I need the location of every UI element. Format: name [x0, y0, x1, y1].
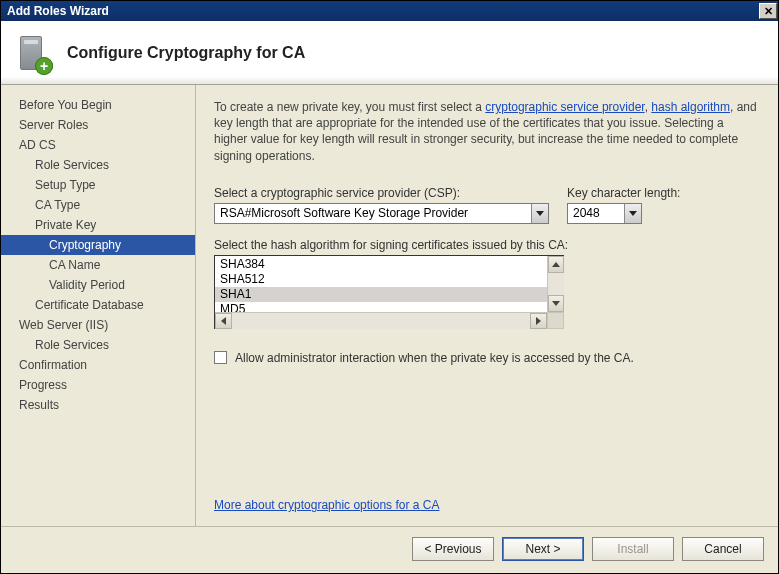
wizard-footer: < Previous Next > Install Cancel	[1, 526, 778, 573]
sidebar-item[interactable]: AD CS	[1, 135, 195, 155]
sidebar-item[interactable]: Before You Begin	[1, 95, 195, 115]
cancel-button[interactable]: Cancel	[682, 537, 764, 561]
scroll-right-button[interactable]	[530, 313, 547, 329]
sidebar-item[interactable]: CA Name	[1, 255, 195, 275]
admin-interaction-label: Allow administrator interaction when the…	[235, 351, 634, 365]
csp-field: Select a cryptographic service provider …	[214, 186, 549, 224]
sidebar-item[interactable]: Results	[1, 395, 195, 415]
plus-badge-icon: +	[35, 57, 53, 75]
link-csp[interactable]: cryptographic service provider	[485, 100, 644, 114]
csp-value: RSA#Microsoft Software Key Storage Provi…	[215, 204, 531, 223]
close-button[interactable]: ✕	[759, 3, 777, 19]
window-title: Add Roles Wizard	[7, 4, 759, 18]
keylength-dropdown[interactable]: 2048	[567, 203, 642, 224]
sidebar-item[interactable]: Progress	[1, 375, 195, 395]
titlebar: Add Roles Wizard ✕	[1, 1, 778, 21]
sidebar-item[interactable]: Confirmation	[1, 355, 195, 375]
previous-button[interactable]: < Previous	[412, 537, 494, 561]
csp-dropdown[interactable]: RSA#Microsoft Software Key Storage Provi…	[214, 203, 549, 224]
intro-pre: To create a new private key, you must fi…	[214, 100, 485, 114]
sidebar-item[interactable]: CA Type	[1, 195, 195, 215]
provider-row: Select a cryptographic service provider …	[214, 186, 760, 224]
admin-interaction-row: Allow administrator interaction when the…	[214, 351, 760, 365]
more-about-link[interactable]: More about cryptographic options for a C…	[214, 498, 439, 512]
hash-item[interactable]: SHA512	[215, 272, 564, 287]
hash-listbox[interactable]: SHA384SHA512SHA1MD5	[214, 255, 564, 329]
close-icon: ✕	[764, 5, 773, 18]
scroll-down-button[interactable]	[548, 295, 564, 312]
link-hash-algorithm[interactable]: hash algorithm	[651, 100, 730, 114]
hash-label: Select the hash algorithm for signing ce…	[214, 238, 760, 252]
wizard-icon: +	[11, 33, 51, 73]
sidebar-item[interactable]: Validity Period	[1, 275, 195, 295]
hash-item[interactable]: SHA384	[215, 257, 564, 272]
chevron-up-icon	[552, 262, 560, 267]
hash-item[interactable]: SHA1	[215, 287, 564, 302]
sidebar-item[interactable]: Web Server (IIS)	[1, 315, 195, 335]
sidebar-item[interactable]: Server Roles	[1, 115, 195, 135]
scroll-up-button[interactable]	[548, 256, 564, 273]
header-banner: + Configure Cryptography for CA	[1, 21, 778, 85]
next-button[interactable]: Next >	[502, 537, 584, 561]
scroll-left-button[interactable]	[215, 313, 232, 329]
sidebar-item[interactable]: Role Services	[1, 335, 195, 355]
body: Before You BeginServer RolesAD CSRole Se…	[1, 85, 778, 526]
keylength-value: 2048	[568, 204, 624, 223]
chevron-left-icon	[221, 317, 226, 325]
keylength-label: Key character length:	[567, 186, 680, 200]
csp-label: Select a cryptographic service provider …	[214, 186, 549, 200]
install-button: Install	[592, 537, 674, 561]
vertical-scrollbar[interactable]	[547, 256, 564, 312]
intro-text: To create a new private key, you must fi…	[214, 99, 760, 164]
chevron-down-icon	[552, 301, 560, 306]
main-content: To create a new private key, you must fi…	[196, 85, 778, 526]
admin-interaction-checkbox[interactable]	[214, 351, 227, 364]
sidebar-item[interactable]: Role Services	[1, 155, 195, 175]
keylength-field: Key character length: 2048	[567, 186, 680, 224]
sidebar-item[interactable]: Cryptography	[1, 235, 195, 255]
page-title: Configure Cryptography for CA	[67, 44, 305, 62]
csp-dropdown-button[interactable]	[531, 204, 548, 223]
chevron-down-icon	[629, 211, 637, 216]
scroll-corner	[547, 312, 564, 329]
sidebar-item[interactable]: Private Key	[1, 215, 195, 235]
horizontal-scrollbar[interactable]	[215, 312, 547, 329]
keylength-dropdown-button[interactable]	[624, 204, 641, 223]
sidebar-item[interactable]: Setup Type	[1, 175, 195, 195]
chevron-right-icon	[536, 317, 541, 325]
sidebar-item[interactable]: Certificate Database	[1, 295, 195, 315]
wizard-steps-sidebar: Before You BeginServer RolesAD CSRole Se…	[1, 85, 196, 526]
more-link-row: More about cryptographic options for a C…	[214, 498, 760, 518]
chevron-down-icon	[536, 211, 544, 216]
